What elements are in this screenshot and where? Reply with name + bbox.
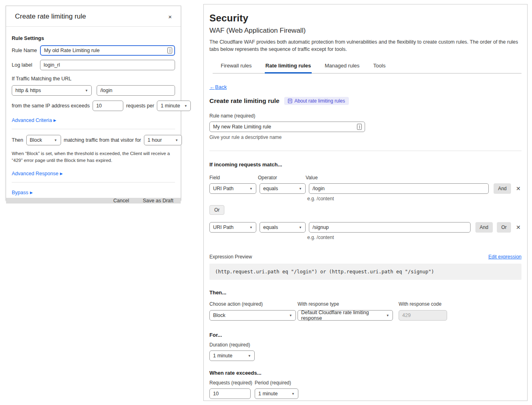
chevron-right-icon: ▶ <box>53 118 56 122</box>
about-rate-limiting-badge[interactable]: About rate limiting rules <box>284 97 348 105</box>
operator-select-value: equals <box>263 186 278 191</box>
back-label: Back <box>215 84 227 90</box>
field-select[interactable]: URI Path ▼ <box>209 222 256 233</box>
field-select[interactable]: URI Path ▼ <box>209 183 256 194</box>
back-arrow-icon: ← <box>209 84 215 90</box>
caret-down-icon: ▼ <box>249 226 253 229</box>
row-actions: And ✕ <box>494 183 521 194</box>
rule-name-help: Give your rule a descriptive name <box>209 134 521 140</box>
or-button[interactable]: Or <box>497 222 511 233</box>
response-code-group: With response code <box>399 301 447 321</box>
url-match-row: http & https ▼ <box>12 85 175 96</box>
security-waf-panel: Security WAF (Web Application Firewall) … <box>203 4 528 401</box>
caret-down-icon: ▼ <box>299 187 302 191</box>
page-title: Security <box>209 13 521 24</box>
chevron-right-icon: ▶ <box>30 191 33 195</box>
log-label-label: Log label <box>12 62 40 68</box>
scheme-select[interactable]: http & https ▼ <box>12 85 92 96</box>
or-button[interactable]: Or <box>209 205 224 215</box>
match-row: URI Path ▼ equals ▼ And Or ✕ <box>209 222 521 233</box>
remove-row-icon[interactable]: ✕ <box>515 185 521 192</box>
rule-name-input-wrap <box>209 122 365 132</box>
page-description: The Cloudflare WAF provides both automat… <box>209 38 521 53</box>
rate-section: When rate exceeds... Requests (required)… <box>209 370 521 399</box>
edit-expression-link[interactable]: Edit expression <box>488 254 521 260</box>
ban-duration-select[interactable]: 1 hour ▼ <box>144 135 182 145</box>
choose-action-label: Choose action (required) <box>209 301 298 307</box>
rule-settings-heading: Rule Settings <box>12 36 175 41</box>
close-icon[interactable]: × <box>168 13 172 20</box>
value-hint: e.g. /content <box>307 196 521 201</box>
caret-down-icon: ▼ <box>248 354 251 358</box>
log-label-input[interactable] <box>40 60 175 70</box>
value-input[interactable] <box>309 222 471 233</box>
duration-select[interactable]: 1 minute ▼ <box>209 350 255 361</box>
caret-down-icon: ▼ <box>85 89 88 92</box>
rule-name-input[interactable] <box>40 45 175 56</box>
response-type-select[interactable]: Default Cloudflare rate limiting respons… <box>298 310 393 321</box>
row-actions: And Or ✕ <box>475 222 521 233</box>
and-button[interactable]: And <box>494 183 511 194</box>
tabs-divider <box>213 73 521 73</box>
divider <box>12 129 175 129</box>
operator-select[interactable]: equals ▼ <box>260 183 306 194</box>
tab-firewall-rules[interactable]: Firewall rules <box>220 60 253 73</box>
duration-label: Duration (required) <box>209 342 521 348</box>
choose-action-select[interactable]: Block ▼ <box>209 310 296 321</box>
tab-rate-limiting-rules[interactable]: Rate limiting rules <box>265 60 312 73</box>
rule-name-input-wrap <box>40 45 175 56</box>
back-link[interactable]: ←Back <box>209 84 227 90</box>
rate-controls: 1 minute ▼ <box>209 388 521 399</box>
field-select-value: URI Path <box>213 225 234 230</box>
traffic-matching-label: If Traffic Matching the URL <box>12 76 175 82</box>
url-input[interactable] <box>97 85 175 96</box>
and-button[interactable]: And <box>475 222 493 233</box>
match-column-headers: Field Operator Value <box>209 175 521 180</box>
dialog-body: Rule Settings Rule Name Log label If Tra… <box>6 27 181 198</box>
cancel-button[interactable]: Cancel <box>113 198 129 204</box>
dialog-header: Create rate limiting rule × <box>6 6 181 27</box>
create-rule-heading-row: Create rate limiting rule About rate lim… <box>209 97 521 105</box>
threshold-row: from the same IP address exceeds request… <box>12 101 175 111</box>
value-input[interactable] <box>309 183 489 194</box>
block-note: When “Block” is set, when the threshold … <box>12 150 175 164</box>
field-select-value: URI Path <box>213 186 234 191</box>
expression-header: Expression Preview Edit expression <box>209 254 521 260</box>
caret-down-icon: ▼ <box>386 314 389 317</box>
then-row: Then Block ▼ matching traffic from that … <box>12 135 175 145</box>
threshold-input[interactable] <box>93 101 123 111</box>
advanced-response-link[interactable]: Advanced Response ▶ <box>12 171 63 176</box>
about-badge-label: About rate limiting rules <box>294 98 345 104</box>
or-button-row: Or <box>209 205 521 215</box>
bypass-link[interactable]: Bypass ▶ <box>12 190 33 195</box>
rate-labels: Requests (required) Period (required) <box>209 380 521 386</box>
rule-name-label: Rule name (required) <box>209 113 521 119</box>
caret-down-icon: ▼ <box>54 138 57 142</box>
chevron-right-icon: ▶ <box>60 172 63 176</box>
advanced-response-label: Advanced Response <box>12 171 58 176</box>
value-hint: e.g. /content <box>307 235 521 240</box>
save-as-draft-button[interactable]: Save as Draft <box>143 198 173 204</box>
autofill-icon[interactable] <box>357 124 362 130</box>
rule-name-input[interactable] <box>209 122 365 132</box>
remove-row-icon[interactable]: ✕ <box>515 224 521 231</box>
tab-tools[interactable]: Tools <box>372 60 386 73</box>
autofill-icon[interactable] <box>167 48 172 54</box>
rate-period-select[interactable]: 1 minute ▼ <box>255 388 298 399</box>
page-subtitle: WAF (Web Application Firewall) <box>209 27 521 35</box>
ban-duration-value: 1 hour <box>148 137 162 143</box>
rule-name-row: Rule Name <box>12 45 175 56</box>
then-section-title: Then... <box>209 290 521 296</box>
action-select-value: Block <box>30 137 42 143</box>
requests-input[interactable] <box>209 388 251 399</box>
period-select[interactable]: 1 minute ▼ <box>157 101 191 111</box>
tab-managed-rules[interactable]: Managed rules <box>324 60 360 73</box>
rate-period-value: 1 minute <box>258 391 278 397</box>
operator-select-value: equals <box>263 225 278 230</box>
choose-action-value: Block <box>213 313 226 318</box>
response-type-value: Default Cloudflare rate limiting respons… <box>301 310 384 321</box>
operator-select[interactable]: equals ▼ <box>260 222 306 233</box>
action-select[interactable]: Block ▼ <box>26 135 61 145</box>
advanced-criteria-link[interactable]: Advanced Criteria ▶ <box>12 118 56 123</box>
caret-down-icon: ▼ <box>291 392 295 396</box>
